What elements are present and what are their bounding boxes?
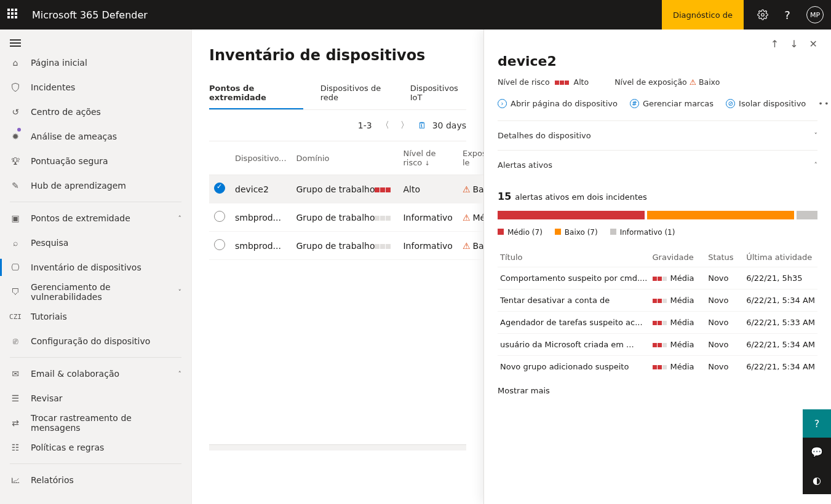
alert-status: Novo bbox=[706, 312, 744, 334]
nav-home[interactable]: ⌂ Página inicial bbox=[0, 50, 191, 75]
settings-icon[interactable] bbox=[757, 9, 768, 20]
nav-learning-hub[interactable]: ✎ Hub de aprendizagem bbox=[0, 173, 191, 198]
alert-severity: Média bbox=[650, 356, 706, 378]
warning-icon: ⚠ bbox=[463, 241, 471, 251]
severity-icon bbox=[653, 365, 667, 369]
alerts-table: Título Gravidade Status Última atividade… bbox=[498, 248, 817, 377]
app-launcher-icon[interactable] bbox=[7, 9, 20, 21]
diagnostic-banner[interactable]: Diagnóstico de bbox=[662, 0, 744, 30]
alert-row[interactable]: Comportamento suspeito por cmd....MédiaN… bbox=[498, 267, 817, 289]
notification-dot-icon bbox=[17, 128, 21, 132]
action-more-icon[interactable]: ••• bbox=[818, 99, 831, 108]
table-header-row: Dispositivo... Domínio Nível de risco↓ E… bbox=[209, 141, 483, 175]
severity-icon bbox=[653, 343, 667, 347]
section-device-details[interactable]: Detalhes do dispositivo ˅ bbox=[498, 121, 817, 151]
table-row[interactable]: device2Grupo de trabalhoAlto⚠Baixo bbox=[209, 175, 483, 203]
range-period[interactable]: 30 days bbox=[432, 120, 466, 130]
panel-close-icon[interactable]: ✕ bbox=[809, 38, 817, 50]
nav-label: Pontos de extremidade bbox=[31, 213, 130, 223]
isolate-icon: ⊘ bbox=[726, 99, 735, 108]
nav-device-config[interactable]: ⎚ Configuração do dispositivo bbox=[0, 329, 191, 353]
nav-label: Centro de ações bbox=[31, 107, 101, 117]
fab-support-icon[interactable]: ◐ bbox=[803, 466, 831, 494]
nav-action-center[interactable]: ↺ Centro de ações bbox=[0, 100, 191, 124]
alert-row[interactable]: Novo grupo adicionado suspeitoMédiaNovo6… bbox=[498, 356, 817, 378]
action-open-device[interactable]: › Abrir página do dispositivo bbox=[498, 99, 618, 108]
nav-label: Hub de aprendizagem bbox=[31, 181, 126, 191]
nav-search[interactable]: ⌕ Pesquisa bbox=[0, 230, 191, 255]
row-checkbox[interactable] bbox=[214, 211, 225, 222]
alert-col-status[interactable]: Status bbox=[706, 248, 744, 267]
alert-col-activity[interactable]: Última atividade bbox=[744, 248, 817, 267]
nav-section-email[interactable]: ✉ Email & colaboração ˄ bbox=[0, 361, 191, 386]
alerts-body: 15alertas ativos em dois incidentes Médi… bbox=[498, 179, 817, 395]
nav-label: Incidentes bbox=[31, 82, 75, 92]
table-row[interactable]: smbprod...Grupo de trabalhoInformativo⚠B… bbox=[209, 232, 483, 260]
next-page-icon[interactable]: 〉 bbox=[398, 119, 412, 132]
nav-vuln-mgmt[interactable]: ⛉ Gerenciamento de vulnerabilidades ˅ bbox=[0, 280, 191, 304]
nav-device-inventory[interactable]: 🖵 Inventário de dispositivos bbox=[0, 255, 191, 280]
cell-risk: Alto bbox=[398, 175, 457, 203]
user-avatar[interactable]: MP bbox=[806, 6, 824, 23]
table-row[interactable]: smbprod...Grupo de trabalhoInformativo⚠M… bbox=[209, 203, 483, 232]
section-active-alerts[interactable]: Alertas ativos ˄ bbox=[498, 151, 817, 179]
svg-point-0 bbox=[761, 14, 765, 17]
exposure-value: Baixo bbox=[699, 77, 720, 87]
nav-message-trace[interactable]: ⇄ Trocar rastreamento de mensagens bbox=[0, 411, 191, 435]
nav-label: Pesquisa bbox=[31, 238, 68, 248]
alert-row[interactable]: Tentar desativar a conta deMédiaNovo6/22… bbox=[498, 289, 817, 312]
tab-endpoints[interactable]: Pontos de extremidade bbox=[209, 77, 303, 109]
nav-label: Tutoriais bbox=[31, 312, 67, 321]
alert-severity: Média bbox=[650, 334, 706, 356]
list-toolbar: 1-3 〈 〉 🗓︎ 30 days bbox=[209, 110, 466, 141]
exposure-warn-icon: ⚠ bbox=[690, 77, 699, 87]
nav-threat-analytics[interactable]: ✹ Análise de ameaças bbox=[0, 124, 191, 149]
prev-page-icon[interactable]: 〈 bbox=[378, 119, 392, 132]
chevron-up-icon: ˄ bbox=[178, 215, 182, 222]
col-domain[interactable]: Domínio bbox=[292, 141, 399, 175]
nav-divider bbox=[10, 202, 181, 202]
alert-title: Tentar desativar a conta de bbox=[498, 289, 650, 312]
row-checkbox[interactable] bbox=[214, 183, 225, 194]
fab-help-icon[interactable]: ? bbox=[803, 409, 831, 438]
nav-incidents[interactable]: Incidentes bbox=[0, 75, 191, 100]
tab-iot-devices[interactable]: Dispositivos IoT bbox=[410, 77, 466, 109]
nav-reports[interactable]: 📈︎ Relatórios bbox=[0, 468, 191, 492]
calendar-icon[interactable]: 🗓︎ bbox=[418, 120, 426, 130]
col-device[interactable]: Dispositivo... bbox=[230, 141, 292, 175]
nav-policies[interactable]: ☷ Políticas e regras bbox=[0, 435, 191, 460]
panel-prev-icon[interactable]: ↑ bbox=[771, 38, 779, 50]
row-checkbox[interactable] bbox=[214, 239, 225, 250]
nav-secure-score[interactable]: 🏆︎ Pontuação segura bbox=[0, 149, 191, 173]
nav-collapse-icon[interactable] bbox=[10, 39, 21, 47]
alert-row[interactable]: usuário da Microsoft criada em ...MédiaN… bbox=[498, 334, 817, 356]
alert-col-title[interactable]: Título bbox=[498, 248, 650, 267]
alert-col-severity[interactable]: Gravidade bbox=[650, 248, 706, 267]
alert-severity: Média bbox=[650, 312, 706, 334]
action-manage-tags[interactable]: # Gerenciar marcas bbox=[630, 99, 714, 108]
alert-title: Agendador de tarefas suspeito ac... bbox=[498, 312, 650, 334]
col-exposure[interactable]: Exposição le bbox=[458, 141, 483, 175]
panel-next-icon[interactable]: ↓ bbox=[790, 38, 798, 50]
trace-icon: ⇄ bbox=[10, 417, 21, 428]
range-text: 1-3 bbox=[358, 120, 372, 130]
cell-device: smbprod... bbox=[230, 203, 292, 232]
tab-network-devices[interactable]: Dispositivos de rede bbox=[320, 77, 393, 109]
detail-panel: ↑ ↓ ✕ device2 Nível de risco Alto Nível … bbox=[483, 30, 831, 504]
chevron-up-icon: ˄ bbox=[178, 370, 182, 378]
open-icon: › bbox=[498, 99, 507, 108]
help-icon[interactable]: ? bbox=[782, 9, 793, 20]
action-isolate-device[interactable]: ⊘ Isolar dispositivo bbox=[726, 99, 806, 108]
horizontal-scrollbar[interactable] bbox=[209, 444, 466, 451]
floating-buttons: ? 💬 ◐ bbox=[803, 409, 831, 494]
fab-feedback-icon[interactable]: 💬 bbox=[803, 438, 831, 466]
nav-review[interactable]: ☰ Revisar bbox=[0, 386, 191, 411]
show-more-link[interactable]: Mostrar mais bbox=[498, 386, 817, 395]
alerts-count: 15alertas ativos em dois incidentes bbox=[498, 191, 817, 202]
nav-tutorials[interactable]: CZI Tutoriais bbox=[0, 304, 191, 329]
col-risk[interactable]: Nível de risco↓ bbox=[398, 141, 457, 175]
alert-title: Comportamento suspeito por cmd.... bbox=[498, 267, 650, 289]
nav-section-endpoints[interactable]: ▣ Pontos de extremidade ˄ bbox=[0, 206, 191, 230]
warning-icon: ⚠ bbox=[463, 213, 471, 222]
alert-row[interactable]: Agendador de tarefas suspeito ac...Média… bbox=[498, 312, 817, 334]
